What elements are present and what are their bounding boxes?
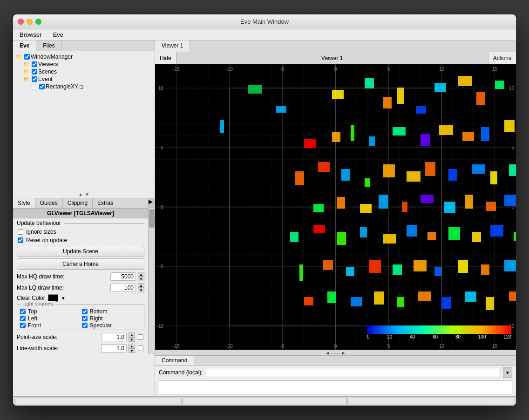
hide-button[interactable]: Hide — [155, 52, 176, 64]
svg-rect-105 — [407, 171, 420, 182]
command-local-label: Command (local): — [159, 369, 203, 376]
max-lq-up[interactable]: ▲ — [138, 283, 144, 288]
viewer-tabs-bar: Viewer 1 — [155, 41, 516, 52]
tree-item-viewers[interactable]: 📁 Viewers — [22, 61, 153, 68]
svg-rect-121 — [290, 232, 298, 242]
light-top-checkbox[interactable] — [20, 309, 26, 314]
line-width-up[interactable]: ▲ — [129, 344, 135, 348]
clear-color-dropdown[interactable]: ▼ — [61, 296, 66, 301]
line-width-input[interactable] — [101, 344, 127, 352]
actions-button[interactable]: Actions — [488, 52, 516, 64]
light-left-checkbox[interactable] — [20, 316, 26, 321]
tree-item-windowmanager[interactable]: 📁 WindowManager — [15, 53, 153, 61]
right-panel: Viewer 1 Hide Viewer 1 Actions -15-15-10… — [155, 41, 516, 396]
command-input[interactable] — [206, 368, 500, 377]
point-size-input[interactable] — [101, 333, 127, 341]
svg-rect-113 — [360, 204, 372, 213]
svg-rect-150 — [486, 297, 494, 310]
footer-scroll-right[interactable]: ▶ — [342, 351, 345, 355]
svg-rect-129 — [472, 232, 481, 242]
status-segment-1 — [15, 398, 180, 405]
menu-eve[interactable]: Eve — [50, 30, 66, 39]
tab-eve[interactable]: Eve — [13, 41, 36, 51]
window-title: Eve Main Window — [240, 18, 289, 25]
line-width-down[interactable]: ▼ — [129, 348, 135, 353]
checkbox-event[interactable] — [32, 76, 37, 82]
point-size-row: Point-size scale: ▲ ▼ — [13, 332, 148, 343]
maximize-button[interactable] — [35, 19, 41, 25]
checkbox-windowmanager[interactable] — [24, 54, 30, 60]
folder-icon: 📁 — [23, 61, 30, 68]
tree-item-rectanglexy[interactable]: 📄 RectangleXY ◻ — [30, 83, 153, 90]
tree-label: Scenes — [38, 68, 57, 75]
scroll-down[interactable]: ▼ — [85, 192, 89, 197]
viewer-tab-1[interactable]: Viewer 1 — [155, 41, 190, 52]
camera-home-button[interactable]: Camera Home — [17, 258, 144, 270]
tree-item-scenes[interactable]: 📁 Scenes — [22, 68, 153, 75]
style-content: GLViewer [TGLSAViewer] Update behaviour … — [13, 208, 155, 354]
menu-browser[interactable]: Browser — [17, 30, 45, 39]
max-lq-label: Max LQ draw time: — [17, 285, 109, 291]
svg-text:-10: -10 — [226, 67, 233, 72]
checkbox-scenes[interactable] — [32, 69, 37, 75]
scrollbar-thumb[interactable] — [149, 209, 155, 228]
scroll-up[interactable]: ▲ — [78, 192, 83, 197]
max-lq-down[interactable]: ▼ — [138, 288, 144, 292]
ignore-sizes-checkbox[interactable] — [18, 229, 23, 235]
tab-clipping[interactable]: Clipping — [63, 198, 93, 208]
reset-on-update-checkbox[interactable] — [18, 237, 23, 243]
light-specular-checkbox[interactable] — [82, 323, 88, 328]
point-size-down[interactable]: ▼ — [129, 337, 135, 342]
tree-item-event[interactable]: 📂 Event — [22, 75, 153, 83]
light-bottom-label: Bottom — [90, 308, 108, 315]
close-button[interactable] — [18, 19, 24, 25]
point-size-up[interactable]: ▲ — [129, 332, 135, 337]
footer-scroll-indicator: ─── — [331, 351, 340, 355]
max-hq-input[interactable] — [110, 272, 136, 281]
tab-style[interactable]: Style — [13, 198, 35, 208]
panel-scroll-right[interactable]: ▶ — [148, 198, 155, 208]
status-segment-2 — [182, 398, 347, 405]
svg-text:-15: -15 — [173, 67, 180, 72]
svg-rect-108 — [472, 164, 485, 174]
update-scene-button[interactable]: Update Scene — [17, 246, 144, 257]
panel-scrollbar[interactable] — [148, 208, 155, 354]
light-bottom-checkbox[interactable] — [82, 309, 88, 314]
footer-scroll-left[interactable]: ◀ — [326, 351, 329, 355]
svg-rect-110 — [509, 164, 516, 176]
line-width-checkbox[interactable] — [138, 345, 143, 351]
tree-label: Viewers — [38, 61, 58, 68]
max-hq-up[interactable]: ▲ — [138, 272, 144, 277]
colorbar — [367, 325, 511, 334]
checkbox-viewers[interactable] — [32, 61, 37, 67]
colorbar-label-40: 40 — [410, 334, 415, 339]
command-dropdown-button[interactable]: ▼ — [503, 367, 512, 378]
light-front-checkbox[interactable] — [20, 323, 26, 328]
svg-text:15: 15 — [492, 344, 498, 349]
gl-canvas[interactable]: -15-15-10-10-5-5005510101515-10-10-5-500… — [155, 64, 516, 350]
svg-text:5: 5 — [161, 145, 163, 150]
main-window: Eve Main Window Browser Eve Eve Files 📁 … — [13, 14, 516, 406]
svg-rect-124 — [360, 227, 367, 237]
tab-guides[interactable]: Guides — [35, 198, 63, 208]
minimize-button[interactable] — [27, 19, 33, 25]
svg-text:5: 5 — [387, 344, 390, 349]
svg-rect-78 — [276, 106, 286, 113]
folder-open-icon: 📂 — [23, 76, 30, 82]
point-size-checkbox[interactable] — [138, 334, 143, 340]
command-tab[interactable]: Command — [155, 356, 194, 365]
light-front-label: Front — [28, 322, 41, 329]
max-hq-down[interactable]: ▼ — [138, 277, 144, 281]
tab-extras[interactable]: Extras — [93, 198, 118, 208]
checkbox-rectanglexy[interactable] — [39, 84, 45, 89]
light-right-checkbox[interactable] — [82, 316, 88, 321]
svg-text:10: 10 — [509, 86, 515, 91]
light-specular-label: Specular — [90, 322, 112, 329]
max-lq-input[interactable] — [110, 284, 136, 292]
tab-files[interactable]: Files — [36, 41, 61, 51]
max-hq-spinners: ▲ ▼ — [138, 272, 144, 281]
svg-rect-114 — [379, 195, 388, 209]
svg-rect-118 — [465, 195, 473, 209]
viewer-name: Viewer 1 — [176, 55, 488, 61]
light-left: Left — [19, 315, 81, 322]
